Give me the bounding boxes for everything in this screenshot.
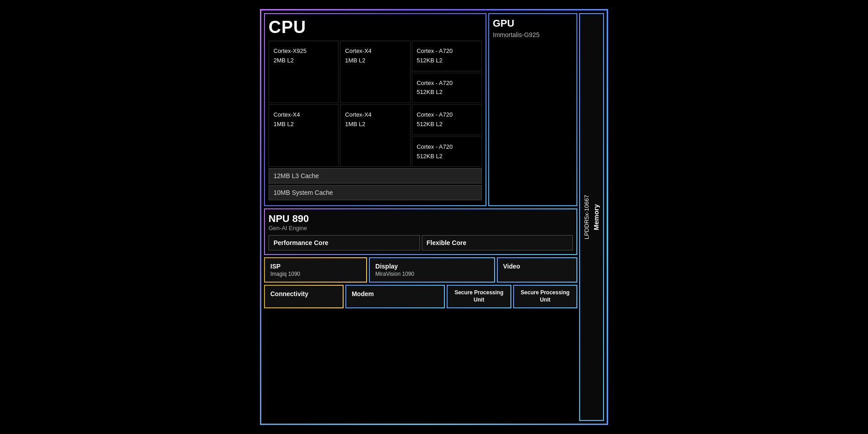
core-a720-1: Cortex - A720 512KB L2 (412, 41, 482, 71)
core-x4-mid-right: Cortex-X4 1MB L2 (340, 104, 410, 167)
core-a720-2-name: Cortex - A720 (417, 79, 477, 88)
isp-model: Imagiq 1090 (270, 271, 361, 277)
conn-row: Connectivity Modem Secure Processing Uni… (264, 285, 577, 308)
core-a720-2-cache: 512KB L2 (417, 88, 477, 97)
memory-section: Memory LPDDR5x-10667 (579, 13, 604, 421)
connectivity-cell: Connectivity (264, 285, 344, 308)
core-x4-top-cache: 1MB L2 (345, 56, 405, 66)
core-a720-3-cache: 512KB L2 (417, 120, 477, 129)
core-a720-1-cache: 512KB L2 (417, 56, 477, 66)
npu-cores-row: Performance Core Flexible Core (269, 235, 573, 250)
gpu-title: GPU (493, 18, 573, 29)
core-a720-3-name: Cortex - A720 (417, 110, 477, 120)
core-x4-ml-cache: 1MB L2 (274, 120, 334, 129)
top-section: CPU Cortex-X925 2MB L2 Cortex-X4 1MB L2 (264, 13, 577, 206)
core-x925-cache: 2MB L2 (274, 56, 334, 66)
gpu-section: GPU Immortalis-G925 (488, 13, 577, 206)
video-cell: Video (497, 257, 577, 283)
npu-subtitle: Gen-AI Engine (269, 225, 573, 231)
npu-perf-core: Performance Core (269, 235, 420, 250)
npu-title: NPU 890 (269, 213, 573, 225)
npu-section: NPU 890 Gen-AI Engine Performance Core F… (264, 208, 577, 255)
core-x4-mid-left: Cortex-X4 1MB L2 (269, 104, 339, 167)
system-cache-bar: 10MB System Cache (269, 185, 482, 200)
cpu-title: CPU (269, 18, 482, 37)
memory-title: Memory (592, 204, 599, 230)
display-cell: Display MiraVision 1090 (369, 257, 495, 283)
isp-cell: ISP Imagiq 1090 (264, 257, 367, 283)
core-x4-top: Cortex-X4 1MB L2 (340, 41, 410, 103)
display-model: MiraVision 1090 (375, 271, 488, 277)
core-x4-ml-name: Cortex-X4 (274, 110, 334, 120)
core-a720-4-name: Cortex - A720 (417, 142, 477, 152)
core-a720-2: Cortex - A720 512KB L2 (412, 73, 482, 104)
core-a720-4-cache: 512KB L2 (417, 152, 477, 161)
isp-label: ISP (270, 263, 361, 270)
gpu-model: Immortalis-G925 (493, 31, 573, 38)
video-label: Video (503, 263, 571, 270)
core-a720-4: Cortex - A720 512KB L2 (412, 137, 482, 167)
core-x4-top-name: Cortex-X4 (345, 47, 405, 56)
core-x925: Cortex-X925 2MB L2 (269, 41, 339, 103)
npu-flex-core: Flexible Core (422, 235, 573, 250)
core-a720-3: Cortex - A720 512KB L2 (412, 104, 482, 135)
isp-row: ISP Imagiq 1090 Display MiraVision 1090 … (264, 257, 577, 283)
core-x4-mr-cache: 1MB L2 (345, 120, 405, 129)
memory-text: Memory LPDDR5x-10667 (582, 195, 601, 239)
display-label: Display (375, 263, 488, 270)
spu1-cell: Secure Processing Unit (447, 285, 511, 308)
chip-diagram: CPU Cortex-X925 2MB L2 Cortex-X4 1MB L2 (260, 9, 608, 425)
main-chip-area: CPU Cortex-X925 2MB L2 Cortex-X4 1MB L2 (264, 13, 577, 421)
l3-cache-bar: 12MB L3 Cache (269, 168, 482, 184)
modem-cell: Modem (345, 285, 445, 308)
core-x925-name: Cortex-X925 (274, 47, 334, 56)
core-x4-mr-name: Cortex-X4 (345, 110, 405, 120)
spu2-cell: Secure Processing Unit (513, 285, 577, 308)
memory-type: LPDDR5x-10667 (583, 195, 590, 239)
cpu-section: CPU Cortex-X925 2MB L2 Cortex-X4 1MB L2 (264, 13, 486, 206)
core-a720-1-name: Cortex - A720 (417, 47, 477, 56)
